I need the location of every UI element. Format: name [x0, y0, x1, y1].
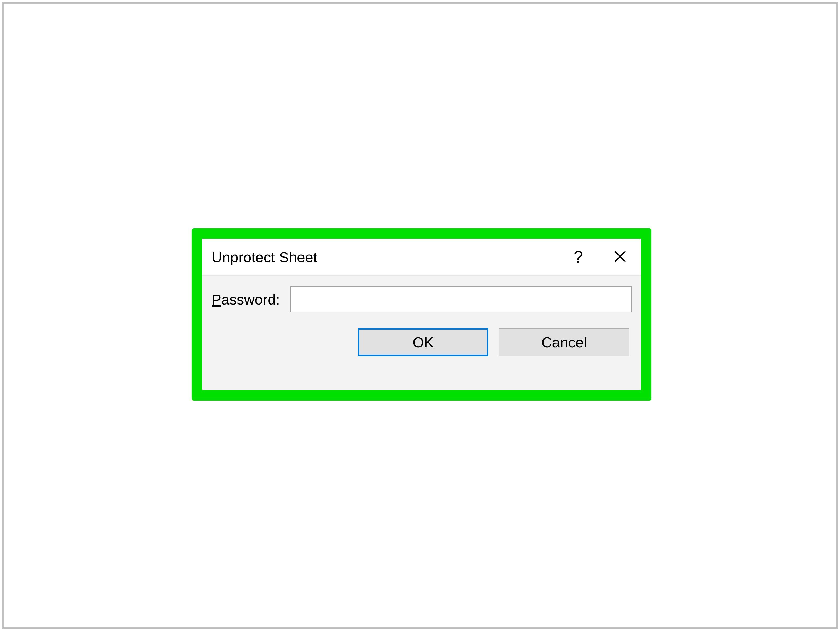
unprotect-sheet-dialog: Unprotect Sheet ?	[202, 239, 641, 390]
close-button[interactable]	[599, 239, 641, 275]
password-input[interactable]	[290, 286, 632, 312]
cancel-button[interactable]: Cancel	[499, 328, 630, 356]
help-button[interactable]: ?	[557, 239, 599, 275]
dialog-titlebar[interactable]: Unprotect Sheet ?	[202, 239, 641, 275]
close-icon	[614, 250, 626, 264]
dialog-body: Password: OK Cancel	[202, 275, 641, 390]
button-row: OK Cancel	[212, 328, 632, 356]
password-row: Password:	[212, 286, 632, 312]
annotation-highlight: Unprotect Sheet ?	[192, 228, 651, 401]
dialog-title: Unprotect Sheet	[212, 249, 557, 266]
frame-container: Unprotect Sheet ?	[2, 2, 838, 629]
titlebar-buttons: ?	[557, 239, 641, 275]
help-icon: ?	[573, 247, 583, 267]
password-label: Password:	[212, 291, 280, 308]
ok-button[interactable]: OK	[358, 328, 488, 356]
